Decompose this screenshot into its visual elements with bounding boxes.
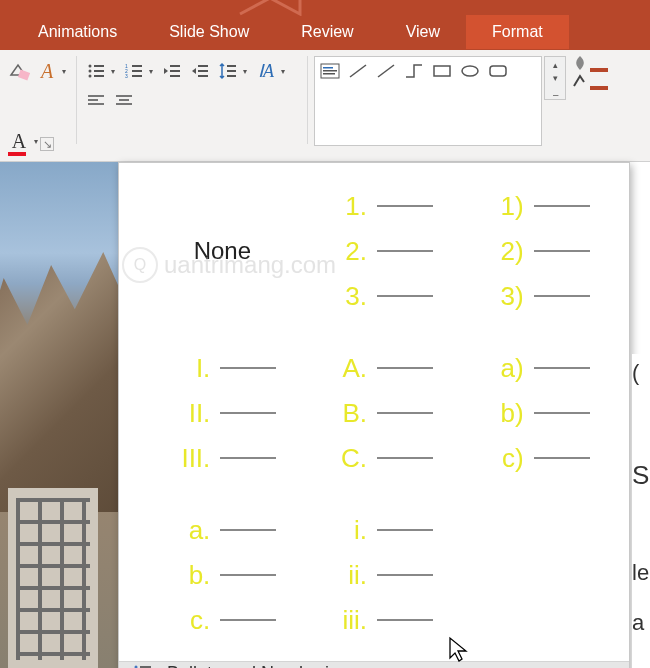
bullets-numbering-icon — [133, 663, 153, 669]
increase-indent-button[interactable] — [187, 58, 213, 84]
svg-rect-2 — [94, 65, 104, 67]
bullets-button[interactable] — [83, 58, 109, 84]
svg-rect-13 — [170, 65, 180, 67]
line-icon[interactable] — [375, 61, 397, 81]
text-direction-button[interactable]: ⅠA — [253, 58, 279, 84]
svg-rect-30 — [323, 70, 337, 72]
numbering-grid: None 1. 2. 3. 1) 2) 3) I. II. III. — [119, 163, 629, 661]
numbering-option-lower-alpha[interactable]: a. b. c. — [149, 505, 296, 645]
line-spacing-button[interactable] — [215, 58, 241, 84]
numbering-option-upper-roman[interactable]: I. II. III. — [149, 343, 296, 483]
line-icon — [377, 295, 433, 297]
svg-rect-12 — [132, 75, 142, 77]
svg-rect-34 — [434, 66, 450, 76]
shape-fill-swatch — [590, 68, 608, 72]
num-glyph: I. — [168, 353, 210, 384]
numbering-option-none[interactable]: None — [149, 181, 296, 321]
numbering-button[interactable]: 123 — [121, 58, 147, 84]
svg-point-35 — [462, 66, 478, 76]
clear-formatting-button[interactable] — [6, 58, 32, 84]
shapes-gallery-expand[interactable]: ▴ ▾ ⎯ — [544, 56, 566, 100]
thumbnail-building — [8, 488, 98, 668]
numbering-option-lower-roman[interactable]: i. ii. iii. — [306, 505, 453, 645]
num-glyph: 3) — [482, 281, 524, 312]
svg-rect-6 — [94, 75, 104, 77]
none-label: None — [194, 237, 251, 265]
svg-point-1 — [89, 65, 92, 68]
numbering-option-lower-alpha-paren[interactable]: a) b) c) — [462, 343, 609, 483]
line-icon — [377, 250, 433, 252]
tab-format[interactable]: Format — [466, 15, 569, 49]
tab-review[interactable]: Review — [275, 15, 379, 49]
slide-thumbnail[interactable] — [0, 162, 118, 668]
numbering-dropdown-icon[interactable]: ▾ — [149, 67, 157, 76]
num-glyph: i. — [325, 515, 367, 546]
svg-rect-25 — [116, 95, 132, 97]
tab-view[interactable]: View — [380, 15, 466, 49]
line-icon — [220, 412, 276, 414]
line-icon — [377, 205, 433, 207]
thumbnail-mountain — [0, 252, 118, 512]
align-left-button[interactable] — [83, 88, 109, 114]
tab-slide-show[interactable]: Slide Show — [143, 15, 275, 49]
num-glyph: a) — [482, 353, 524, 384]
group-separator — [307, 56, 308, 144]
change-case-button[interactable]: A — [34, 58, 60, 84]
svg-rect-0 — [18, 70, 30, 81]
slide-text-partial: ( S le a e — [632, 354, 650, 668]
svg-rect-18 — [198, 75, 208, 77]
font-color-button[interactable]: A — [6, 128, 32, 154]
line-spacing-dropdown-icon[interactable]: ▾ — [243, 67, 251, 76]
shape-outline-button[interactable] — [572, 74, 612, 90]
line-icon — [534, 412, 590, 414]
svg-rect-22 — [88, 95, 104, 97]
numbering-option-upper-alpha[interactable]: A. B. C. — [306, 343, 453, 483]
change-case-dropdown-icon[interactable]: ▾ — [62, 67, 70, 76]
line-icon — [220, 574, 276, 576]
line-icon — [377, 529, 433, 531]
shapes-gallery[interactable] — [314, 56, 542, 146]
svg-rect-31 — [323, 73, 335, 75]
textbox-icon[interactable] — [319, 61, 341, 81]
svg-rect-19 — [227, 65, 236, 67]
num-glyph: a. — [168, 515, 210, 546]
numbering-option-decimal-paren[interactable]: 1) 2) 3) — [462, 181, 609, 321]
bullets-dropdown-icon[interactable]: ▾ — [111, 67, 119, 76]
num-glyph: B. — [325, 398, 367, 429]
shape-fill-button[interactable] — [572, 56, 612, 72]
num-glyph: 1. — [325, 191, 367, 222]
svg-point-3 — [89, 70, 92, 73]
numbering-option-decimal-dot[interactable]: 1. 2. 3. — [306, 181, 453, 321]
align-center-button[interactable] — [111, 88, 137, 114]
svg-rect-36 — [490, 66, 506, 76]
svg-rect-23 — [88, 99, 98, 101]
bullets-and-numbering-menuitem[interactable]: Bullets and Numbering... — [119, 661, 629, 668]
title-bar — [0, 0, 650, 14]
font-group: A ▾ A ▾ — [6, 56, 70, 156]
num-glyph: iii. — [325, 605, 367, 636]
line-icon[interactable] — [347, 61, 369, 81]
rectangle-icon[interactable] — [431, 61, 453, 81]
ribbon: A ▾ A ▾ ↘ ▾ 123 ▾ ▾ ⅠA ▾ — [0, 50, 650, 162]
num-glyph: III. — [168, 443, 210, 474]
line-icon — [534, 295, 590, 297]
svg-rect-14 — [170, 70, 180, 72]
oval-icon[interactable] — [459, 61, 481, 81]
title-bar-decoration — [230, 0, 370, 16]
bullets-and-numbering-label: Bullets and Numbering... — [167, 663, 364, 668]
svg-point-5 — [89, 75, 92, 78]
svg-rect-29 — [323, 67, 333, 69]
line-icon — [377, 412, 433, 414]
num-glyph: A. — [325, 353, 367, 384]
decrease-indent-button[interactable] — [159, 58, 185, 84]
svg-rect-17 — [198, 70, 208, 72]
connector-icon[interactable] — [403, 61, 425, 81]
paragraph-group: ▾ 123 ▾ ▾ ⅠA ▾ — [83, 56, 289, 156]
rounded-rect-icon[interactable] — [487, 61, 509, 81]
line-icon — [377, 367, 433, 369]
tab-animations[interactable]: Animations — [12, 15, 143, 49]
text-direction-dropdown-icon[interactable]: ▾ — [281, 67, 289, 76]
font-dialog-launcher[interactable]: ↘ — [40, 137, 54, 151]
line-icon — [220, 529, 276, 531]
line-icon — [377, 619, 433, 621]
